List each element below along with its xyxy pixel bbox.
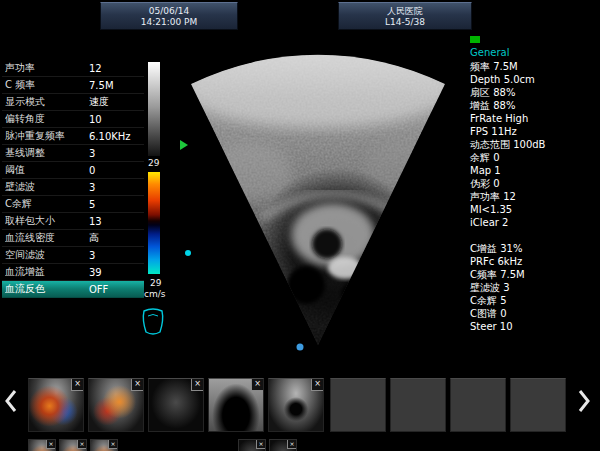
time-text: 14:21:00 PM (101, 17, 237, 28)
close-icon[interactable]: × (256, 440, 265, 449)
param-line: MI<1.35 (470, 203, 598, 216)
close-icon[interactable]: × (77, 440, 86, 449)
param-value: 5 (89, 199, 141, 210)
param-label: C 频率 (5, 78, 89, 92)
thumbnail[interactable]: × (28, 378, 84, 432)
param-row[interactable]: 取样包大小 13 (2, 213, 144, 230)
param-value: 速度 (89, 95, 141, 109)
param-line: iClear 2 (470, 216, 598, 229)
param-label: 基线调整 (5, 146, 89, 160)
velocity-unit: cm/s (144, 289, 165, 299)
param-label: 显示模式 (5, 95, 89, 109)
param-value: 0 (89, 165, 141, 176)
preset-name: General (470, 46, 598, 59)
param-value: 10 (89, 114, 141, 125)
thumbnail[interactable]: × (28, 439, 56, 451)
param-value: 12 (89, 63, 141, 74)
thumbnail[interactable]: × (238, 439, 266, 451)
param-row[interactable]: 偏转角度 10 (2, 111, 144, 128)
param-line: 余辉 0 (470, 151, 598, 164)
param-line: Depth 5.0cm (470, 73, 598, 86)
param-value: 39 (89, 267, 141, 278)
close-icon[interactable]: × (191, 379, 203, 391)
param-row[interactable]: 空间滤波 3 (2, 247, 144, 264)
param-label: 血流反色 (5, 282, 89, 296)
param-line: 扇区 88% (470, 86, 598, 99)
ultrasound-console-screen: 05/06/14 14:21:00 PM 人民医院 L14-5/38 声功率 1… (0, 0, 600, 451)
close-icon[interactable]: × (287, 440, 296, 449)
close-icon[interactable]: × (71, 379, 83, 391)
param-label: 血流线密度 (5, 231, 89, 245)
param-label: 空间滤波 (5, 248, 89, 262)
param-row[interactable]: C 频率 7.5M (2, 77, 144, 94)
left-parameter-menu: 声功率 12 C 频率 7.5M 显示模式 速度 偏转角度 10 脉冲重复频率 … (2, 60, 144, 298)
probe-orientation-dot (297, 344, 304, 351)
date-text: 05/06/14 (101, 6, 237, 17)
thumbnail[interactable]: × (268, 378, 324, 432)
sector-scan-area (178, 38, 470, 370)
param-value: 高 (89, 231, 141, 245)
close-icon[interactable]: × (311, 379, 323, 391)
param-line: 频率 7.5M (470, 60, 598, 73)
close-icon[interactable]: × (46, 440, 55, 449)
velocity-value: 29 (150, 278, 161, 288)
param-value: 3 (89, 148, 141, 159)
param-label: 偏转角度 (5, 112, 89, 126)
thumbnail[interactable]: × (148, 378, 204, 432)
param-value: 3 (89, 182, 141, 193)
param-line: Steer 10 (470, 320, 598, 333)
param-row[interactable]: 血流线密度 高 (2, 230, 144, 247)
close-icon[interactable]: × (108, 440, 117, 449)
active-image-indicator (470, 36, 480, 43)
param-label: 声功率 (5, 61, 89, 75)
close-icon[interactable]: × (131, 379, 143, 391)
param-label: 血流增益 (5, 265, 89, 279)
param-line: C余辉 5 (470, 294, 598, 307)
param-row[interactable]: C余辉 5 (2, 196, 144, 213)
param-row[interactable]: 脉冲重复频率 6.10KHz (2, 128, 144, 145)
param-row[interactable]: 阈值 0 (2, 162, 144, 179)
color-velocity-bar (148, 172, 160, 274)
param-row[interactable]: 声功率 12 (2, 60, 144, 77)
param-label: 脉冲重复频率 (5, 129, 89, 143)
param-row[interactable]: 显示模式 速度 (2, 94, 144, 111)
param-value: 3 (89, 250, 141, 261)
thumbnail-empty (510, 378, 566, 432)
hospital-panel: 人民医院 L14-5/38 (338, 2, 472, 30)
param-value: 6.10KHz (89, 131, 141, 142)
param-row[interactable]: 壁滤波 3 (2, 179, 144, 196)
hospital-name: 人民医院 (339, 6, 471, 17)
thumbnail-strip: × × × × × (0, 376, 600, 436)
thumbnail[interactable]: × (88, 378, 144, 432)
focus-arrow-icon (180, 140, 188, 150)
thumbnail[interactable]: × (90, 439, 118, 451)
probe-model: L14-5/38 (339, 17, 471, 28)
thumbnail[interactable]: × (269, 439, 297, 451)
param-line: 增益 88% (470, 99, 598, 112)
datetime-panel: 05/06/14 14:21:00 PM (100, 2, 238, 30)
param-line: FrRate High (470, 112, 598, 125)
chevron-right-icon (578, 390, 590, 412)
param-row-selected[interactable]: 血流反色 OFF (2, 281, 144, 298)
param-value: 13 (89, 216, 141, 227)
thumbnail[interactable]: × (208, 378, 264, 432)
param-row[interactable]: 血流增益 39 (2, 264, 144, 281)
param-line: FPS 11Hz (470, 125, 598, 138)
param-label: C余辉 (5, 197, 89, 211)
param-value: 7.5M (89, 80, 141, 91)
thumbnail-empty (330, 378, 386, 432)
param-line: C图谱 0 (470, 307, 598, 320)
panel-section-gap (470, 229, 598, 242)
thumbnails-next-button[interactable] (578, 390, 594, 416)
param-line: 动态范围 100dB (470, 138, 598, 151)
close-icon[interactable]: × (251, 379, 263, 391)
param-line: 壁滤波 3 (470, 281, 598, 294)
grayscale-bar (148, 62, 160, 156)
color-box-marker-dot (185, 250, 191, 256)
thumbnail[interactable]: × (59, 439, 87, 451)
chevron-left-icon (5, 390, 17, 412)
param-row[interactable]: 基线调整 3 (2, 145, 144, 162)
thumbnails-prev-button[interactable] (5, 390, 21, 416)
param-label: 阈值 (5, 163, 89, 177)
param-line: C增益 31% (470, 242, 598, 255)
